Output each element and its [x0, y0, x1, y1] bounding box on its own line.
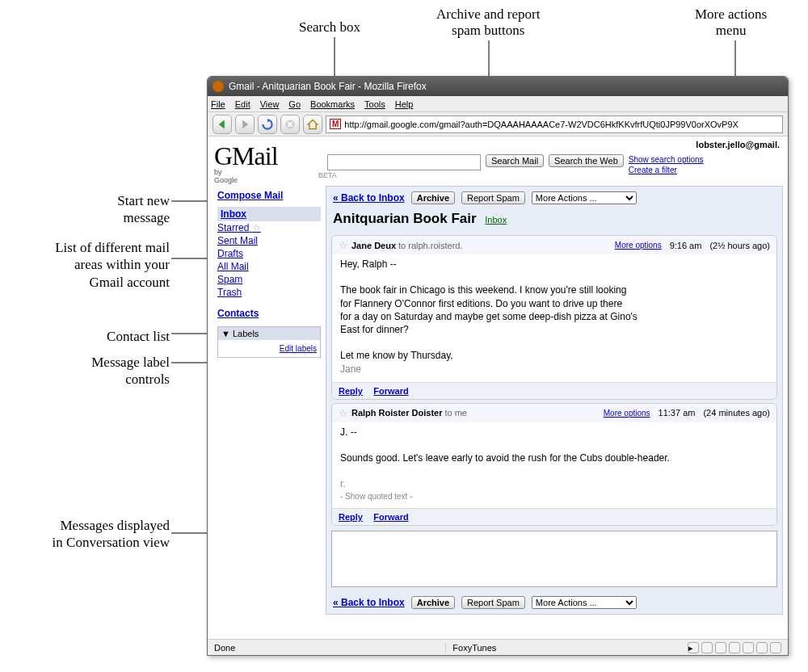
window-title: Gmail - Anitquarian Book Fair - Mozilla …: [229, 81, 427, 92]
reply-box: [331, 531, 777, 590]
message-2-body: J. -- Sounds good. Let's leave early to …: [332, 422, 776, 508]
home-button[interactable]: [303, 115, 322, 134]
sidebar-drafts[interactable]: Drafts: [217, 247, 321, 260]
message-2-age: (24 minutes ago): [703, 408, 770, 418]
message-2-reply[interactable]: Reply: [339, 512, 363, 522]
archive-button[interactable]: Archive: [411, 191, 455, 204]
back-button[interactable]: [213, 115, 232, 134]
message-2-header: ☆ Ralph Roister Doister to me More optio…: [332, 404, 776, 422]
message-1-body: Hey, Ralph -- The book fair in Chicago i…: [332, 254, 776, 382]
create-filter-link[interactable]: Create a filter: [629, 165, 704, 175]
nav-bar: M http://gmail.google.com/gmail?auth=DQA…: [208, 112, 788, 136]
message-2-sender: Ralph Roister Doister: [351, 408, 442, 418]
report-spam-button[interactable]: Report Spam: [461, 191, 525, 204]
ft-btn[interactable]: [770, 642, 781, 653]
status-bar: Done FoxyTunes ▸: [208, 639, 788, 655]
title-bar: Gmail - Anitquarian Book Fair - Mozilla …: [208, 77, 788, 96]
compose-mail-link[interactable]: Compose Mail: [217, 189, 321, 202]
annot-search-label: Search box: [299, 19, 360, 36]
message-1-reply[interactable]: Reply: [339, 386, 363, 396]
forward-button[interactable]: [235, 115, 255, 134]
sidebar-inbox[interactable]: Inbox: [217, 207, 321, 221]
star-icon[interactable]: ☆: [339, 239, 348, 251]
menu-edit[interactable]: Edit: [235, 99, 250, 109]
show-search-options-link[interactable]: Show search options: [629, 154, 704, 165]
conversation-title: Anitquarian Book Fair Inbox: [330, 206, 779, 232]
message-1-actions: Reply Forward: [332, 382, 776, 399]
show-quoted-text[interactable]: - Show quoted text -: [340, 491, 768, 502]
gmail-bygoogle: by Google: [214, 168, 238, 184]
sidebar-all-mail[interactable]: All Mail: [217, 260, 321, 273]
back-to-inbox-bottom[interactable]: « Back to Inbox: [333, 597, 405, 608]
browser-window: Gmail - Anitquarian Book Fair - Mozilla …: [207, 76, 789, 656]
menu-bookmarks[interactable]: Bookmarks: [310, 99, 355, 109]
message-2-actions: Reply Forward: [332, 508, 776, 525]
annot-archive-label: Archive and report spam buttons: [436, 6, 540, 39]
ft-btn[interactable]: [743, 642, 754, 653]
sidebar-spam[interactable]: Spam: [217, 273, 321, 286]
menu-tools[interactable]: Tools: [364, 99, 385, 109]
url-bar[interactable]: M http://gmail.google.com/gmail?auth=DQA…: [326, 116, 783, 133]
menu-view[interactable]: View: [260, 99, 280, 109]
firefox-icon: [213, 81, 224, 92]
annot-folders-label: List of different mail areas within your…: [16, 239, 170, 291]
message-1-more-options[interactable]: More options: [615, 241, 662, 250]
annot-contacts-label: Contact list: [48, 328, 170, 345]
message-1-sender: Jane Deux: [351, 241, 396, 250]
conversation-label[interactable]: Inbox: [485, 215, 507, 225]
message-2-time: 11:37 am: [659, 408, 696, 418]
search-mail-button[interactable]: Search Mail: [486, 154, 544, 167]
ft-btn[interactable]: ▸: [688, 642, 699, 653]
sidebar-contacts[interactable]: Contacts: [217, 307, 321, 320]
message-1-age: (2½ hours ago): [709, 241, 770, 250]
annot-labels-label: Message label controls: [48, 354, 170, 388]
message-2-to: to me: [444, 408, 467, 418]
edit-labels-link[interactable]: Edit labels: [221, 343, 317, 354]
reply-textarea[interactable]: [331, 531, 777, 587]
star-icon: ☆: [252, 222, 261, 233]
menu-bar: File Edit View Go Bookmarks Tools Help: [208, 96, 788, 112]
menu-file[interactable]: File: [211, 99, 225, 109]
message-1: ☆ Jane Deux to ralph.roisterd. More opti…: [331, 235, 777, 400]
menu-go[interactable]: Go: [288, 99, 301, 109]
annot-convo-label: Messages displayed in Conversation view: [16, 517, 170, 552]
sidebar-trash[interactable]: Trash: [217, 286, 321, 299]
gmail-logo-text: GMail: [214, 141, 327, 171]
archive-button-bottom[interactable]: Archive: [411, 596, 455, 609]
star-icon[interactable]: ☆: [339, 407, 348, 419]
message-2-forward[interactable]: Forward: [373, 512, 408, 522]
message-2: ☆ Ralph Roister Doister to me More optio…: [331, 403, 777, 526]
labels-box: ▼ Labels Edit labels: [217, 326, 321, 358]
report-spam-button-bottom[interactable]: Report Spam: [461, 596, 525, 609]
gmail-body: Compose Mail Inbox Starred ☆ Sent Mail D…: [208, 186, 788, 615]
foxytunes-controls: ▸: [688, 642, 781, 653]
ft-btn[interactable]: [715, 642, 726, 653]
reload-button[interactable]: [258, 115, 277, 134]
sidebar-starred[interactable]: Starred ☆: [217, 221, 321, 234]
main-panel: « Back to Inbox Archive Report Spam More…: [326, 186, 783, 615]
message-2-more-options[interactable]: More options: [604, 409, 650, 418]
url-text: http://gmail.google.com/gmail?auth=DQAAA…: [344, 120, 739, 129]
message-1-to: to ralph.roisterd.: [398, 241, 462, 250]
stop-button[interactable]: [280, 115, 300, 134]
back-to-inbox-link[interactable]: « Back to Inbox: [333, 192, 405, 204]
sidebar: Compose Mail Inbox Starred ☆ Sent Mail D…: [213, 186, 326, 615]
account-email: lobster.jello@gmail.: [696, 140, 780, 149]
labels-header[interactable]: ▼ Labels: [218, 327, 320, 340]
gmail-logo: GMail by GoogleBETA: [214, 141, 327, 184]
more-actions-select[interactable]: More Actions ...: [532, 191, 637, 204]
ft-btn[interactable]: [729, 642, 740, 653]
message-1-time: 9:16 am: [670, 241, 702, 250]
menu-help[interactable]: Help: [395, 99, 414, 109]
search-web-button[interactable]: Search the Web: [549, 154, 624, 167]
message-1-forward[interactable]: Forward: [373, 386, 408, 396]
status-text: Done: [214, 643, 235, 653]
search-input[interactable]: [327, 154, 481, 170]
ft-btn[interactable]: [701, 642, 713, 653]
sidebar-sent[interactable]: Sent Mail: [217, 234, 321, 247]
ft-btn[interactable]: [756, 642, 768, 653]
annot-compose-label: Start new message: [32, 192, 170, 227]
more-actions-select-bottom[interactable]: More Actions ...: [532, 596, 637, 609]
gmail-favicon-icon: M: [330, 119, 341, 129]
foxytunes-label: FoxyTunes: [445, 643, 496, 653]
